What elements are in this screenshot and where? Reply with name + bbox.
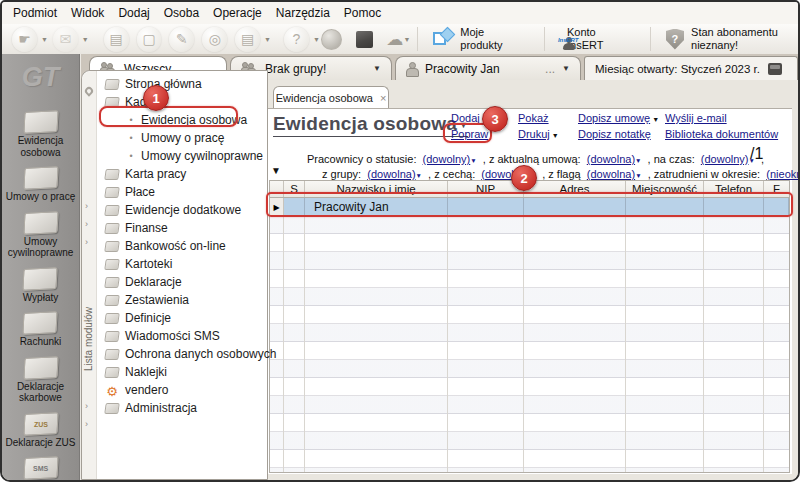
zus-declarations-icon: ZUS [23, 412, 58, 436]
module-wyplaty[interactable]: Wypłaty [23, 268, 58, 304]
tree-item-umowy-cywilnoprawne[interactable]: •Umowy cywilnoprawne [98, 147, 266, 165]
chevron-right-icon[interactable]: › [85, 201, 88, 211]
tree-item-kartoteki[interactable]: Kartoteki [98, 255, 266, 273]
chevron-down-icon[interactable]: ▼ [313, 36, 320, 43]
menu-narzedzia[interactable]: Narzędzia [273, 4, 341, 22]
annotation-step-1-badge: 1 [143, 85, 169, 111]
menu-pomoc[interactable]: Pomoc [341, 4, 392, 22]
menu-podmiot[interactable]: Podmiot [10, 4, 68, 22]
chevron-right-icon[interactable]: › [85, 419, 88, 429]
flaga-filter[interactable]: (dowolna) [587, 168, 635, 180]
bank-safe-icon[interactable] [768, 63, 782, 75]
module-deklaracje-skarbowe[interactable]: Deklaracje skarbowe [4, 357, 78, 404]
konto-insert-button[interactable]: InsERT Konto InsERT [551, 26, 644, 51]
toolbar-right-group: ☁▼ Moje produkty InsERT Konto InsERT ? S… [321, 26, 792, 51]
dispatch-icon[interactable]: ☛ [12, 27, 37, 52]
chevron-down-icon[interactable]: ▼ [41, 36, 48, 43]
labels-icon [104, 367, 120, 378]
okres-filter[interactable]: (nieokreślony) [766, 168, 800, 180]
globe-icon[interactable] [321, 29, 342, 50]
menu-osoba[interactable]: Osoba [161, 4, 210, 22]
module-ewidencja-osobowa[interactable]: Ewidencja osobowa [4, 111, 78, 158]
tab-pracowity-jan[interactable]: Pracowity Jan ... ▼ [395, 56, 581, 80]
chevron-right-icon[interactable]: › [85, 237, 88, 247]
filters-row-1: Pracownicy o statusie: (dowolny)▼ , z ak… [307, 153, 764, 165]
reports-icon [104, 295, 120, 306]
filter-collapse-icon[interactable]: ▼ [271, 165, 281, 176]
insert-logo: InsERT [558, 37, 579, 43]
tree-item-umowy-o-prace[interactable]: •Umowy o pracę [98, 129, 266, 147]
tree-item-zestawienia[interactable]: Zestawienia [98, 291, 266, 309]
tree-item-finanse[interactable]: Finanse [98, 219, 266, 237]
help-icon[interactable]: ? [284, 27, 309, 52]
pin-icon[interactable] [83, 85, 94, 96]
dopisz-notatke-link[interactable]: Dopisz notatkę [578, 128, 651, 140]
chevron-down-icon[interactable]: ▼ [562, 64, 570, 73]
grupa-filter[interactable]: (dowolna) [367, 168, 415, 180]
dopisz-umowe-link[interactable]: Dopisz umowę [578, 112, 650, 124]
tree-item-naklejki[interactable]: Naklejki [98, 363, 266, 381]
tree-item-place[interactable]: Płace [98, 183, 266, 201]
payroll-icon [104, 187, 120, 198]
tree-item-karta-pracy[interactable]: Karta pracy [98, 165, 266, 183]
chevron-down-icon[interactable]: ▼ [552, 132, 559, 139]
umowa-filter[interactable]: (dowolna) [587, 153, 635, 165]
person-icon [406, 62, 418, 75]
chevron-right-icon[interactable]: › [85, 219, 88, 229]
close-icon[interactable]: × [380, 93, 386, 104]
tree-item-wiadomosci-sms[interactable]: Wiadomości SMS [98, 327, 266, 345]
tree-item-ochrona-danych[interactable]: Ochrona danych osobowych [98, 345, 266, 363]
modules-rail: › › › Lista modułów › › [82, 71, 97, 479]
menu-widok[interactable]: Widok [68, 4, 115, 22]
tree-item-ewidencje-dodatkowe[interactable]: Ewidencje dodatkowe [98, 201, 266, 219]
document-tab-ewidencja[interactable]: Ewidencja osobowa × [273, 86, 389, 109]
chevron-down-icon[interactable]: ▼ [264, 36, 271, 43]
chevron-down-icon[interactable]: ▼ [82, 36, 89, 43]
menu-operacje[interactable]: Operacje [210, 4, 273, 22]
subscription-status-button[interactable]: ? Stan abonamentu nieznany! [657, 26, 792, 51]
mail-icon[interactable]: ✉ [53, 27, 78, 52]
tree-item-vendero[interactable]: ⚙vendero [98, 381, 266, 399]
chevron-down-icon[interactable]: ▼ [652, 116, 659, 123]
module-sms-wiadomosci[interactable]: SMS SMS Wiadomości robocze [4, 457, 78, 482]
separator [417, 27, 418, 51]
tree-item-administracja[interactable]: Administracja [98, 399, 266, 417]
employment-contract-icon [23, 166, 58, 190]
add-record-icon[interactable]: ▤ [104, 27, 129, 52]
application-window: Podmiot Widok Dodaj Osoba Operacje Narzę… [0, 0, 800, 482]
open-month-status: Miesiąc otwarty: Styczeń 2023 r. Banko [584, 56, 798, 80]
bullet-icon: • [127, 151, 135, 161]
new-document-icon[interactable]: ▢ [137, 27, 162, 52]
finance-icon [104, 223, 120, 234]
card-file-icon [104, 259, 120, 270]
module-deklaracje-zus[interactable]: ZUS Deklaracje ZUS [5, 413, 75, 449]
biblioteka-link[interactable]: Biblioteka dokumentów [665, 128, 778, 140]
menu-bar: Podmiot Widok Dodaj Osoba Operacje Narzę… [2, 2, 798, 24]
status-filter[interactable]: (dowolny) [423, 153, 471, 165]
module-umowy-o-prace[interactable]: Umowy o pracę [6, 167, 75, 203]
drukuj-link[interactable]: Drukuj [518, 128, 550, 140]
menu-dodaj[interactable]: Dodaj [115, 4, 160, 22]
chevron-down-icon[interactable]: ▼ [373, 64, 381, 73]
tree-item-deklaracje[interactable]: Deklaracje [98, 273, 266, 291]
tree-item-definicje[interactable]: Definicje [98, 309, 266, 327]
chevron-down-icon[interactable]: ▼ [404, 36, 411, 43]
czas-filter[interactable]: (dowolny) [701, 153, 749, 165]
tree-item-strona-glowna[interactable]: Strona główna [98, 75, 266, 93]
chevron-right-icon[interactable]: › [85, 401, 88, 411]
edit-icon[interactable]: ✎ [169, 27, 194, 52]
cube-icon[interactable] [356, 31, 373, 48]
page-title[interactable]: Ewidencja osobowa▼ [273, 113, 468, 137]
ellipsis: ... [545, 62, 555, 76]
print-icon[interactable]: ▤ [235, 27, 260, 52]
moje-produkty-button[interactable]: Moje produkty [424, 26, 538, 51]
cloud-icon[interactable]: ☁ [387, 31, 404, 48]
module-rachunki[interactable]: Rachunki [20, 312, 62, 348]
gear-icon: ⚙ [105, 385, 119, 396]
pokaz-link[interactable]: Pokaż [518, 112, 549, 124]
wyslij-email-link[interactable]: Wyślij e-mail [665, 112, 727, 124]
modules-tree-panel: › › › Lista modułów › › Strona główna Ka… [81, 70, 268, 480]
view-icon[interactable]: ◎ [202, 27, 227, 52]
module-umowy-cywilnoprawne[interactable]: Umowy cywilnoprawne [4, 212, 78, 259]
tree-item-bankowosc[interactable]: Bankowość on-line [98, 237, 266, 255]
